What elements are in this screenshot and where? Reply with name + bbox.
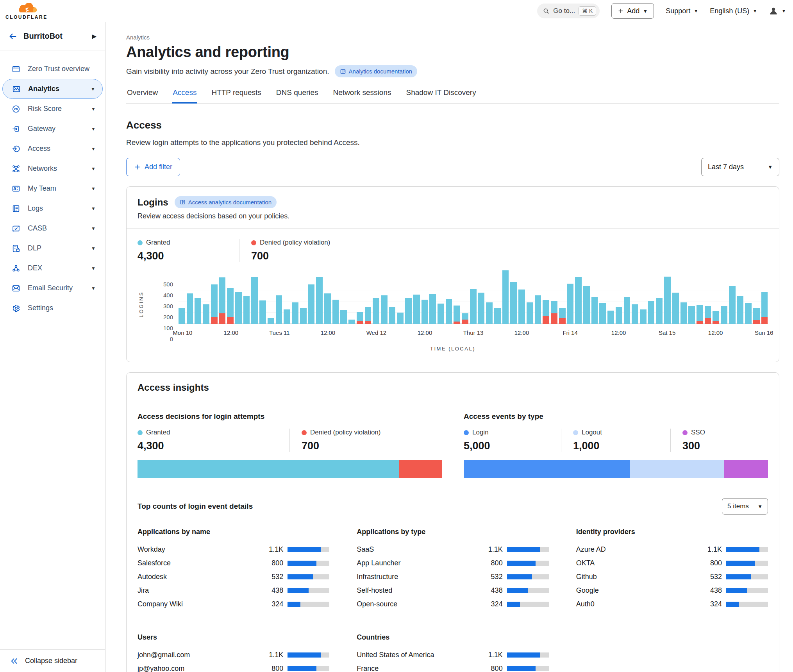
login-bar[interactable]: [551, 301, 557, 324]
sidebar-item-dex[interactable]: DEX▼: [0, 258, 105, 278]
tab-network-sessions[interactable]: Network sessions: [332, 88, 392, 104]
sidebar-item-dlp[interactable]: DLP▼: [0, 238, 105, 258]
table-row[interactable]: jp@yahoo.com 800: [138, 664, 329, 672]
login-bar[interactable]: [227, 288, 234, 324]
table-row[interactable]: Google 438: [576, 586, 768, 595]
sidebar-item-email-security[interactable]: Email Security▼: [0, 278, 105, 298]
add-button[interactable]: Add ▼: [611, 3, 654, 19]
login-bar[interactable]: [300, 308, 307, 324]
back-arrow-icon[interactable]: [9, 32, 17, 41]
table-row[interactable]: SaaS 1.1K: [357, 545, 548, 554]
global-search[interactable]: Go to... ⌘ K: [537, 4, 600, 18]
login-bar[interactable]: [567, 284, 574, 324]
breadcrumb[interactable]: Analytics: [126, 34, 779, 41]
login-bar[interactable]: [591, 297, 598, 324]
login-bar[interactable]: [276, 295, 282, 324]
sidebar-item-my-team[interactable]: My Team▼: [0, 179, 105, 198]
login-bar[interactable]: [535, 295, 541, 324]
login-bar[interactable]: [179, 308, 185, 324]
login-bar[interactable]: [478, 293, 485, 324]
login-bar[interactable]: [616, 307, 622, 324]
login-bar[interactable]: [219, 277, 226, 324]
login-bar[interactable]: [397, 313, 404, 324]
table-row[interactable]: Infrastructure 532: [357, 572, 548, 581]
login-bar[interactable]: [510, 282, 517, 324]
sidebar-item-risk-score[interactable]: Risk Score▼: [0, 99, 105, 119]
tab-shadow-it-discovery[interactable]: Shadow IT Discovery: [405, 88, 477, 104]
login-bar[interactable]: [705, 306, 711, 324]
login-bar[interactable]: [713, 311, 719, 324]
login-bar[interactable]: [243, 296, 250, 324]
sidebar-item-casb[interactable]: CASB▼: [0, 218, 105, 238]
login-bar[interactable]: [422, 300, 428, 324]
login-bar[interactable]: [502, 270, 509, 324]
team-switcher[interactable]: BurritoBot ▶: [0, 22, 105, 50]
login-bar[interactable]: [292, 302, 298, 324]
table-row[interactable]: France 800: [357, 664, 548, 672]
support-menu[interactable]: Support ▼: [666, 7, 698, 15]
table-row[interactable]: Azure AD 1.1K: [576, 545, 768, 554]
login-bar[interactable]: [381, 295, 388, 324]
account-menu[interactable]: ▼: [769, 6, 786, 16]
login-bar[interactable]: [195, 298, 201, 324]
table-row[interactable]: Workday 1.1K: [138, 545, 329, 554]
login-bar[interactable]: [187, 293, 193, 324]
login-bar[interactable]: [761, 292, 768, 324]
sidebar-item-logs[interactable]: Logs▼: [0, 198, 105, 218]
login-bar[interactable]: [494, 308, 501, 324]
table-row[interactable]: App Launcher 800: [357, 558, 548, 568]
login-bar[interactable]: [365, 307, 371, 324]
login-bar[interactable]: [268, 318, 274, 324]
sidebar-item-settings[interactable]: Settings: [0, 298, 105, 318]
login-bar[interactable]: [737, 296, 744, 324]
sidebar-item-gateway[interactable]: Gateway▼: [0, 119, 105, 139]
login-bar[interactable]: [211, 284, 218, 324]
login-bar[interactable]: [340, 310, 347, 324]
login-bar[interactable]: [518, 290, 525, 324]
chevron-right-icon[interactable]: ▶: [92, 33, 96, 40]
login-bar[interactable]: [454, 306, 460, 324]
cloudflare-logo[interactable]: CLOUDFLARE: [5, 3, 48, 20]
login-bar[interactable]: [235, 292, 242, 324]
login-bar[interactable]: [405, 298, 412, 324]
login-bar[interactable]: [357, 312, 363, 324]
login-bar[interactable]: [599, 303, 606, 324]
login-bar[interactable]: [203, 304, 209, 324]
items-count-select[interactable]: 5 items ▼: [722, 498, 768, 515]
table-row[interactable]: Company Wiki 324: [138, 599, 329, 609]
login-bar[interactable]: [632, 304, 638, 324]
tab-dns-queries[interactable]: DNS queries: [275, 88, 319, 104]
login-bar[interactable]: [656, 298, 663, 324]
login-bar[interactable]: [559, 308, 566, 324]
login-bar[interactable]: [721, 306, 727, 324]
table-row[interactable]: Open-source 324: [357, 599, 548, 609]
login-bar[interactable]: [251, 277, 258, 324]
login-bar[interactable]: [324, 293, 331, 324]
language-menu[interactable]: English (US) ▼: [710, 7, 757, 15]
login-bar[interactable]: [348, 320, 355, 324]
login-bar[interactable]: [664, 277, 671, 324]
table-row[interactable]: Auth0 324: [576, 599, 768, 609]
login-bar[interactable]: [527, 302, 533, 324]
table-row[interactable]: Self-hosted 438: [357, 586, 548, 595]
login-bar[interactable]: [259, 300, 266, 324]
login-bar[interactable]: [284, 309, 290, 324]
login-bar[interactable]: [462, 313, 468, 324]
login-bar[interactable]: [446, 299, 452, 324]
analytics-documentation-badge[interactable]: Analytics documentation: [335, 65, 418, 77]
table-row[interactable]: Jira 438: [138, 586, 329, 595]
sidebar-item-analytics[interactable]: Analytics▼: [2, 79, 103, 99]
login-bar[interactable]: [429, 294, 436, 324]
login-bar[interactable]: [672, 293, 679, 324]
login-bar[interactable]: [648, 301, 655, 324]
table-row[interactable]: Salesforce 800: [138, 558, 329, 568]
table-row[interactable]: john@gmail.com 1.1K: [138, 650, 329, 659]
add-filter-button[interactable]: Add filter: [126, 158, 180, 176]
login-bar[interactable]: [373, 298, 379, 324]
sidebar-item-access[interactable]: Access▼: [0, 139, 105, 159]
login-bar[interactable]: [583, 286, 590, 324]
login-bar[interactable]: [729, 286, 736, 324]
login-bar[interactable]: [575, 277, 582, 324]
login-bar[interactable]: [745, 303, 752, 324]
table-row[interactable]: Github 532: [576, 572, 768, 581]
